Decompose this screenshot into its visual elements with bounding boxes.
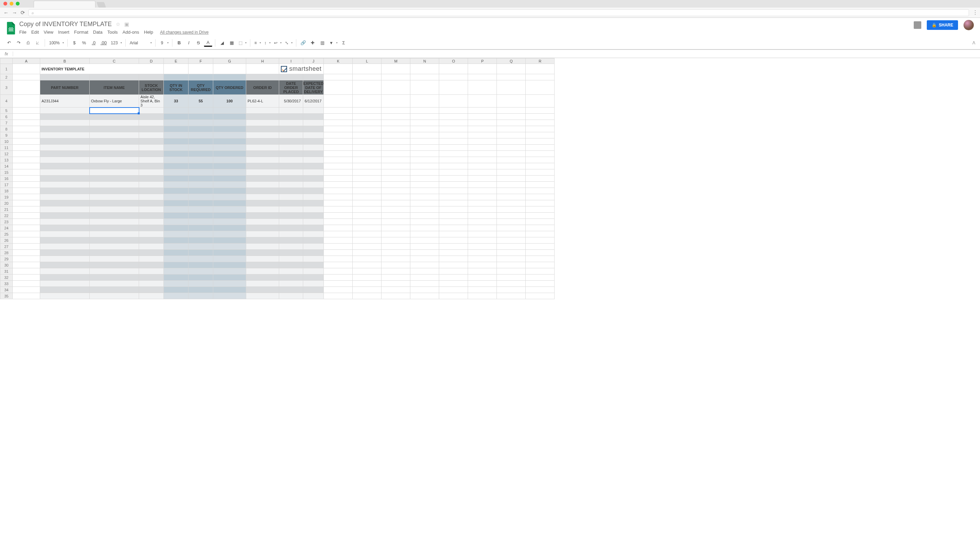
cell-K22[interactable] [324,213,353,219]
cell-P1[interactable] [468,64,497,74]
cell-E6[interactable] [164,114,189,120]
cell-I17[interactable] [279,182,303,188]
cell-C16[interactable] [90,175,139,182]
cell-K10[interactable] [324,139,353,145]
cell-H24[interactable] [246,225,279,231]
cell-A3[interactable] [13,80,40,95]
cell-H19[interactable] [246,194,279,200]
cell-D25[interactable] [139,231,164,237]
cell-J20[interactable] [303,200,324,207]
cell-K15[interactable] [324,169,353,175]
cell-P13[interactable] [468,157,497,163]
cell-N27[interactable] [410,244,439,250]
col-header-O[interactable]: O [439,58,468,64]
row-header[interactable]: 10 [0,139,13,145]
cell-A2[interactable] [13,74,40,80]
row-header[interactable]: 11 [0,145,13,151]
cell-P5[interactable] [468,108,497,114]
cell-N3[interactable] [410,80,439,95]
cell-O32[interactable] [439,274,468,281]
cell-N18[interactable] [410,188,439,194]
cell-F21[interactable] [189,207,213,213]
cell-R11[interactable] [526,145,555,151]
row-header[interactable]: 8 [0,126,13,132]
cell-N9[interactable] [410,132,439,139]
cell-B9[interactable] [40,132,90,139]
cell-A30[interactable] [13,262,40,268]
cell-P21[interactable] [468,207,497,213]
cell-I32[interactable] [279,274,303,281]
cell-P23[interactable] [468,219,497,225]
cell-B24[interactable] [40,225,90,231]
cell-K7[interactable] [324,120,353,126]
cell-A27[interactable] [13,244,40,250]
row-header[interactable]: 24 [0,225,13,231]
cell-L24[interactable] [353,225,382,231]
cell-F3[interactable]: QTY REQUIRED [189,80,213,95]
cell-A10[interactable] [13,139,40,145]
cell-G16[interactable] [213,175,246,182]
rotate-button[interactable]: ⤡ [284,38,293,48]
cell-D34[interactable] [139,287,164,293]
cell-K1[interactable] [324,64,353,74]
cell-N30[interactable] [410,262,439,268]
cell-L21[interactable] [353,207,382,213]
cell-C24[interactable] [90,225,139,231]
cell-Q26[interactable] [497,237,526,244]
cell-O11[interactable] [439,145,468,151]
cell-R13[interactable] [526,157,555,163]
cell-K33[interactable] [324,281,353,287]
cell-H23[interactable] [246,219,279,225]
dec-increase-button[interactable]: .00 [99,38,108,48]
row-header[interactable]: 13 [0,157,13,163]
cell-A9[interactable] [13,132,40,139]
col-header-N[interactable]: N [410,58,439,64]
cell-O1[interactable] [439,64,468,74]
cell-B2[interactable] [40,74,90,80]
cell-G15[interactable] [213,169,246,175]
document-title[interactable]: Copy of INVENTORY TEMPLATE [19,21,111,28]
cell-O20[interactable] [439,200,468,207]
cell-L4[interactable] [353,95,382,108]
strike-button[interactable]: S [194,38,203,48]
cell-C32[interactable] [90,274,139,281]
menu-format[interactable]: Format [74,30,88,35]
cell-N26[interactable] [410,237,439,244]
cell-A18[interactable] [13,188,40,194]
cell-M29[interactable] [382,256,410,262]
cell-D30[interactable] [139,262,164,268]
row-header[interactable]: 31 [0,268,13,274]
cell-M11[interactable] [382,145,410,151]
cell-B35[interactable] [40,293,90,299]
browser-tab[interactable] [33,1,95,8]
spreadsheet-grid[interactable]: ABCDEFGHIJKLMNOPQR1INVENTORY TEMPLATEsma… [0,58,980,551]
cell-B5[interactable] [40,108,90,114]
cell-P32[interactable] [468,274,497,281]
cell-C7[interactable] [90,120,139,126]
col-header-E[interactable]: E [164,58,189,64]
cell-Q11[interactable] [497,145,526,151]
italic-button[interactable]: I [185,38,193,48]
star-icon[interactable]: ☆ [116,21,120,27]
cell-E35[interactable] [164,293,189,299]
cell-E29[interactable] [164,256,189,262]
cell-O4[interactable] [439,95,468,108]
cell-C28[interactable] [90,250,139,256]
cell-B17[interactable] [40,182,90,188]
cell-C6[interactable] [90,114,139,120]
cell-P6[interactable] [468,114,497,120]
cell-I7[interactable] [279,120,303,126]
cell-P22[interactable] [468,213,497,219]
cell-B13[interactable] [40,157,90,163]
cell-K11[interactable] [324,145,353,151]
bold-button[interactable]: B [175,38,183,48]
cell-H31[interactable] [246,268,279,274]
cell-B18[interactable] [40,188,90,194]
cell-K25[interactable] [324,231,353,237]
cell-A24[interactable] [13,225,40,231]
minimize-window-icon[interactable] [10,2,13,5]
cell-M16[interactable] [382,175,410,182]
cell-F27[interactable] [189,244,213,250]
cell-F34[interactable] [189,287,213,293]
cell-B1[interactable]: INVENTORY TEMPLATE [40,64,164,74]
